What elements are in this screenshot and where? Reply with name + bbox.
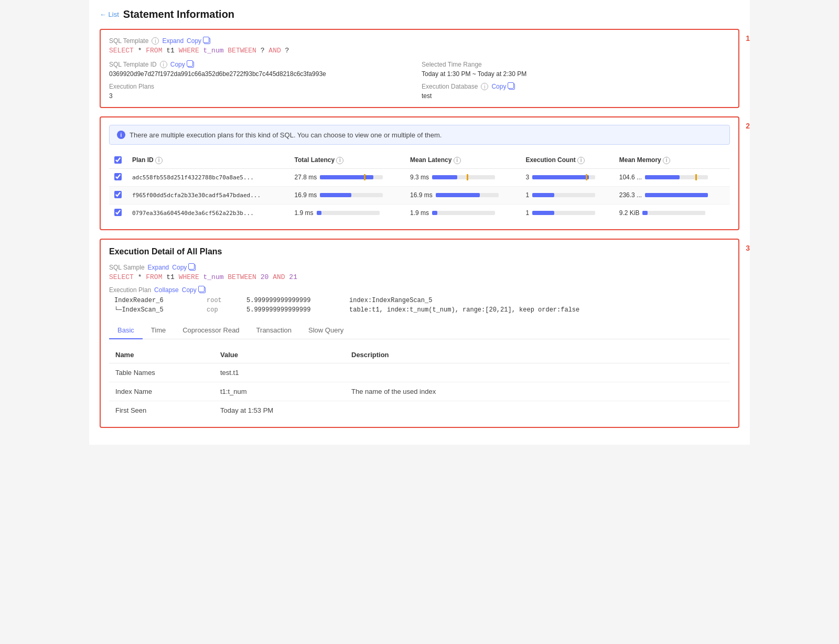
sql-template-label: SQL Template: [109, 37, 148, 45]
plan-id-cell: adc558fb558d251f4322788bc70a8ae5...: [127, 168, 289, 186]
detail-table-row: Table Names test.t1: [109, 363, 730, 382]
plan-row-checkbox[interactable]: [114, 173, 122, 180]
select-all-plans-checkbox[interactable]: [114, 156, 122, 164]
bar-bg: [432, 175, 495, 179]
tree-row: └─IndexScan_5 cop 5.999999999999999 tabl…: [114, 305, 730, 315]
detail-name-cell: Index Name: [109, 382, 214, 401]
copy-sql-template-icon: [204, 38, 210, 44]
bar-bg: [645, 193, 708, 197]
exec-db-value: test: [422, 92, 730, 100]
sql-sample-label-row: SQL Sample Expand Copy: [109, 264, 730, 271]
exec-count-info-icon[interactable]: i: [577, 157, 585, 164]
detail-table-row: First Seen Today at 1:53 PM: [109, 401, 730, 420]
detail-desc-cell: [345, 363, 730, 382]
mean-memory-cell: 9.2 KiB: [614, 204, 730, 222]
desc-col-header: Description: [345, 347, 730, 363]
bar-container: [532, 211, 595, 215]
exec-plans-label: Execution Plans: [109, 83, 154, 90]
copy-sql-sample-btn[interactable]: Copy: [172, 264, 196, 271]
exec-db-group: Execution Database i Copy test: [422, 83, 730, 100]
section1-two-col: SQL Template ID i Copy 0369920d9e7d27f19…: [109, 61, 730, 78]
back-link[interactable]: ← List: [100, 10, 119, 18]
exec-plans-group: Execution Plans 3: [109, 83, 417, 100]
plan-id-cell: 0797ea336a604540de3a6cf562a22b3b...: [127, 204, 289, 222]
plan-table-check-header: [109, 152, 127, 168]
bar-bg: [532, 211, 595, 215]
page-header: ← List Statement Information: [100, 8, 739, 20]
plan-id-info-icon[interactable]: i: [155, 157, 163, 164]
section1-box: 1 SQL Template i Expand Copy SELECT * FR…: [100, 29, 739, 108]
sql-template-text: SELECT * FROM t1 WHERE t_num BETWEEN ? A…: [109, 47, 730, 55]
total-latency-info-icon[interactable]: i: [336, 157, 343, 164]
template-id-label: SQL Template ID: [109, 61, 157, 68]
exec-count-cell: 1: [520, 204, 614, 222]
bar-bg: [317, 211, 380, 215]
copy-exec-db-icon: [509, 83, 515, 90]
exec-db-info-icon[interactable]: i: [481, 83, 488, 90]
tab-coprocessor-read[interactable]: Coprocessor Read: [174, 322, 248, 339]
template-id-info-icon[interactable]: i: [160, 61, 167, 68]
plan-row-checkbox[interactable]: [114, 191, 122, 198]
detail-table-header-row: Name Value Description: [109, 347, 730, 363]
copy-exec-plan-btn[interactable]: Copy: [182, 286, 206, 294]
bar-container: [432, 175, 495, 179]
name-col-header: Name: [109, 347, 214, 363]
bar-bg: [320, 193, 383, 197]
detail-table-row: Index Name t1:t_num The name of the used…: [109, 382, 730, 401]
bar-container: [645, 193, 708, 197]
collapse-exec-plan-btn[interactable]: Collapse: [154, 286, 179, 294]
total-latency-cell: 1.9 ms: [289, 204, 405, 222]
sql-template-info-icon[interactable]: i: [152, 37, 159, 45]
expand-sql-template-btn[interactable]: Expand: [162, 37, 184, 45]
plan-table-row: f965f00dd5dcfa2b33e30cadf5a47bdaed... 16…: [109, 186, 730, 204]
mean-memory-cell: 236.3 ...: [614, 186, 730, 204]
mean-latency-info-icon[interactable]: i: [454, 157, 461, 164]
sql-sample-text: SELECT * FROM t1 WHERE t_num BETWEEN 20 …: [109, 273, 730, 281]
sql-template-label-row: SQL Template i Expand Copy: [109, 37, 730, 45]
section1-two-col-2: Execution Plans 3 Execution Database i C…: [109, 83, 730, 100]
template-id-value: 0369920d9e7d27f1972da991c66a352d6be2722f…: [109, 70, 417, 78]
bar-container: [320, 175, 383, 179]
mean-memory-cell: 104.6 ...: [614, 168, 730, 186]
tree-type: cop: [207, 306, 238, 314]
plan-row-checkbox-cell: [109, 186, 127, 204]
copy-template-id-btn[interactable]: Copy: [170, 61, 194, 68]
tree-val: 5.999999999999999: [246, 306, 341, 314]
plan-row-checkbox[interactable]: [114, 209, 122, 216]
mean-memory-info-icon[interactable]: i: [663, 157, 670, 164]
bar-container: [645, 175, 708, 179]
tree-type: root: [207, 297, 238, 304]
tab-time[interactable]: Time: [143, 322, 174, 339]
copy-exec-db-btn[interactable]: Copy: [491, 83, 515, 90]
bar-container: [317, 211, 380, 215]
plan-table-header-row: Plan ID i Total Latency i Mean Latency i…: [109, 152, 730, 168]
section-number-1: 1: [746, 34, 750, 42]
bar-bg: [432, 211, 495, 215]
bar-bg: [532, 175, 595, 179]
exec-count-cell: 3: [520, 168, 614, 186]
detail-desc-cell: The name of the used index: [345, 382, 730, 401]
bar-container: [320, 193, 383, 197]
tree-desc: table:t1, index:t_num(t_num), range:[20,…: [349, 306, 579, 314]
tab-slow-query[interactable]: Slow Query: [300, 322, 352, 339]
bar-container: [436, 193, 499, 197]
plan-row-checkbox-cell: [109, 204, 127, 222]
exec-plan-label-row: Execution Plan Collapse Copy: [109, 286, 730, 294]
tree-val: 5.999999999999999: [246, 297, 341, 304]
tab-basic[interactable]: Basic: [109, 322, 143, 339]
template-id-group: SQL Template ID i Copy 0369920d9e7d27f19…: [109, 61, 417, 78]
time-range-group: Selected Time Range Today at 1:30 PM ~ T…: [422, 61, 730, 78]
bar-bg: [436, 193, 499, 197]
detail-name-cell: First Seen: [109, 401, 214, 420]
mean-memory-header: Mean Memory i: [614, 152, 730, 168]
time-range-value: Today at 1:30 PM ~ Today at 2:30 PM: [422, 70, 730, 78]
tab-transaction[interactable]: Transaction: [248, 322, 300, 339]
copy-template-id-icon: [188, 61, 194, 68]
bar-bg: [642, 211, 705, 215]
copy-sql-template-btn[interactable]: Copy: [187, 37, 210, 45]
plan-table-row: adc558fb558d251f4322788bc70a8ae5... 27.8…: [109, 168, 730, 186]
mean-latency-cell: 1.9 ms: [405, 204, 520, 222]
exec-db-label: Execution Database: [422, 83, 478, 90]
expand-sql-sample-btn[interactable]: Expand: [148, 264, 169, 271]
plan-id-cell: f965f00dd5dcfa2b33e30cadf5a47bdaed...: [127, 186, 289, 204]
